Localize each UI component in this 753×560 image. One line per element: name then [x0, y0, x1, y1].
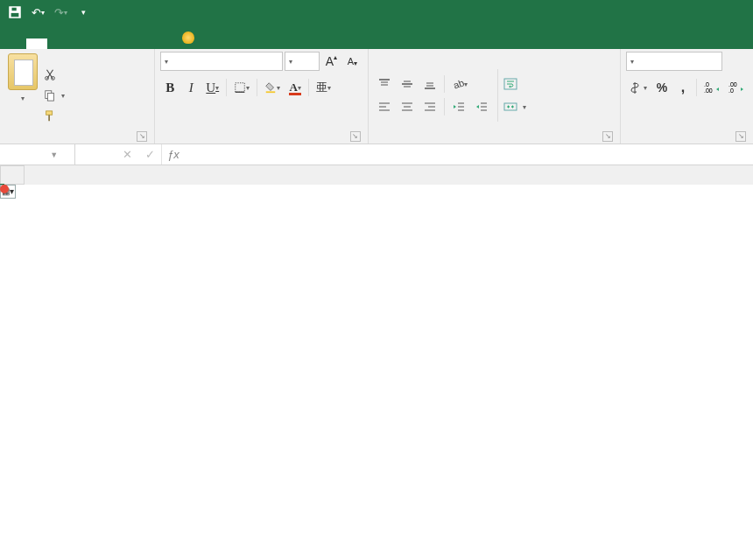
redo-icon[interactable]: ↷▾: [51, 3, 70, 22]
wrap-text-button[interactable]: [503, 74, 526, 94]
spreadsheet[interactable]: ▦▾: [0, 165, 753, 185]
font-group-label: ↘: [160, 139, 362, 144]
align-center-icon[interactable]: [397, 97, 418, 116]
tab-insert[interactable]: [47, 38, 68, 49]
ribbon-tabs: [0, 24, 753, 49]
save-icon[interactable]: [5, 3, 25, 22]
svg-rect-3: [11, 13, 19, 17]
svg-text:.0: .0: [704, 81, 709, 88]
formula-buttons: ✕ ✓: [116, 144, 162, 164]
name-box-dropdown-icon[interactable]: ▼: [38, 150, 72, 159]
svg-text:.00: .00: [728, 81, 737, 88]
formula-input[interactable]: [185, 144, 753, 164]
tell-me[interactable]: [182, 32, 198, 49]
alignment-dialog-launcher-icon[interactable]: ↘: [602, 131, 613, 142]
title-bar: ↶▾ ↷▾ ▾: [0, 0, 753, 24]
qat-customize-icon[interactable]: ▾: [74, 3, 93, 22]
paste-icon: [8, 53, 38, 90]
tab-data[interactable]: [110, 38, 131, 49]
align-middle-icon[interactable]: [397, 74, 418, 94]
increase-font-icon[interactable]: A▴: [321, 52, 341, 71]
undo-icon[interactable]: ↶▾: [28, 3, 47, 22]
align-left-icon[interactable]: [374, 97, 395, 116]
underline-button[interactable]: U: [202, 78, 222, 97]
bulb-icon: [182, 32, 194, 44]
decrease-indent-icon[interactable]: [448, 97, 469, 116]
tab-view[interactable]: [152, 38, 173, 49]
orientation-icon[interactable]: ab: [448, 74, 471, 94]
annotation-box: [0, 185, 9, 193]
align-bottom-icon[interactable]: [419, 74, 440, 94]
align-top-icon[interactable]: [374, 74, 395, 94]
bold-button[interactable]: B: [160, 78, 179, 97]
tab-formulas[interactable]: [89, 38, 110, 49]
percent-format-icon[interactable]: %: [652, 78, 672, 97]
enter-formula-icon[interactable]: ✓: [138, 148, 161, 161]
svg-text:ab: ab: [452, 78, 464, 90]
align-right-icon[interactable]: [419, 97, 440, 116]
tab-file[interactable]: [5, 38, 26, 49]
clipboard-dialog-launcher-icon[interactable]: ↘: [137, 131, 147, 142]
name-box[interactable]: ▼: [0, 144, 75, 164]
svg-rect-9: [48, 115, 50, 121]
svg-rect-2: [12, 8, 17, 11]
font-dialog-launcher-icon[interactable]: ↘: [350, 131, 361, 142]
merge-center-button[interactable]: [503, 97, 526, 116]
paste-button[interactable]: [5, 52, 40, 139]
fx-icon[interactable]: ƒx: [162, 144, 185, 164]
font-size-select[interactable]: [285, 52, 320, 71]
select-all-corner[interactable]: [0, 165, 25, 185]
ribbon: ↘ A▴ A▾ B I U: [0, 49, 753, 144]
increase-decimal-icon[interactable]: .0.00: [700, 78, 723, 97]
group-number: % , .0.00 .00.0 ↘: [621, 49, 753, 144]
decrease-decimal-icon[interactable]: .00.0: [725, 78, 748, 97]
svg-text:.00: .00: [704, 88, 713, 94]
cancel-formula-icon[interactable]: ✕: [116, 148, 138, 161]
tab-home[interactable]: [26, 38, 47, 49]
fill-color-button[interactable]: [261, 78, 284, 97]
borders-button[interactable]: [230, 78, 253, 97]
group-font: A▴ A▾ B I U A: [155, 49, 368, 144]
phonetic-button[interactable]: 亜: [313, 78, 334, 97]
group-alignment: ab: [369, 49, 621, 144]
increase-indent-icon[interactable]: [471, 97, 492, 116]
svg-rect-10: [236, 83, 245, 93]
alignment-group-label: ↘: [374, 139, 615, 144]
number-format-select[interactable]: [626, 52, 722, 71]
decrease-font-icon[interactable]: A▾: [342, 52, 362, 71]
quick-access-toolbar: ↶▾ ↷▾ ▾: [0, 3, 93, 22]
svg-rect-40: [504, 103, 517, 110]
font-name-select[interactable]: [160, 52, 283, 71]
column-header-row: [0, 165, 753, 185]
copy-button[interactable]: [44, 86, 65, 105]
paste-label: [5, 92, 40, 102]
italic-button[interactable]: I: [181, 78, 201, 97]
font-color-button[interactable]: A: [285, 78, 305, 97]
comma-format-icon[interactable]: ,: [673, 78, 693, 97]
formula-bar-row: ▼ ✕ ✓ ƒx: [0, 144, 753, 165]
group-clipboard: ↘: [0, 49, 155, 144]
format-painter-button[interactable]: [44, 107, 65, 126]
cut-button[interactable]: [44, 65, 65, 84]
tab-pagelayout[interactable]: [68, 38, 89, 49]
svg-rect-7: [47, 93, 53, 101]
svg-rect-8: [46, 111, 53, 115]
svg-rect-12: [266, 91, 276, 93]
accounting-format-icon[interactable]: [626, 78, 651, 97]
clipboard-group-label: ↘: [5, 139, 149, 144]
number-group-label: ↘: [626, 139, 748, 144]
number-dialog-launcher-icon[interactable]: ↘: [735, 131, 746, 142]
svg-rect-13: [289, 93, 301, 95]
tab-review[interactable]: [131, 38, 152, 49]
svg-text:.0: .0: [728, 88, 734, 94]
